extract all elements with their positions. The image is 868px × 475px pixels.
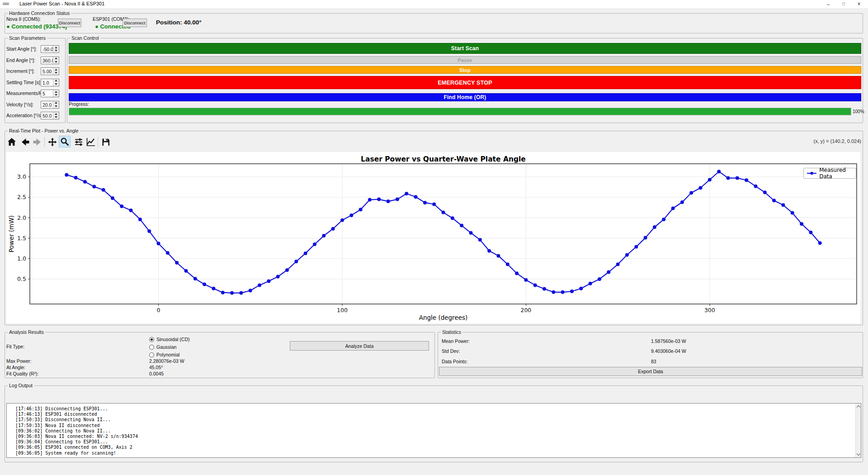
start-scan-button[interactable]: Start Scan	[69, 43, 861, 54]
param-spin-arrows	[53, 90, 59, 97]
spin-down-icon	[55, 72, 57, 74]
log-line: [17:50:33] Disconnecting Nova II...	[15, 417, 111, 422]
param-label: Acceleration [°/s²]:	[6, 113, 45, 118]
param-spinbox[interactable]: 50.0	[41, 112, 59, 119]
spin-up-button[interactable]	[53, 46, 59, 49]
svg-text:0.5: 0.5	[17, 276, 26, 282]
param-spin-arrows	[53, 68, 59, 75]
close-icon: ×	[857, 1, 860, 7]
svg-text:2.5: 2.5	[17, 194, 26, 200]
spin-up-button[interactable]	[53, 57, 59, 61]
svg-text:1.0: 1.0	[17, 255, 26, 262]
log-line: [09:36:05] System ready for scanning!	[15, 451, 116, 456]
back-icon	[20, 137, 30, 147]
plot-svg: 01002003000.51.01.52.02.53.0	[6, 152, 860, 325]
spin-up-button[interactable]	[53, 112, 59, 116]
param-value: 20.0	[41, 101, 53, 108]
spin-down-button[interactable]	[53, 116, 59, 119]
param-value: 5	[41, 90, 53, 97]
toolbar-separator	[44, 137, 45, 147]
param-value: 360.00	[41, 57, 53, 64]
minimize-button[interactable]: –	[821, 0, 835, 8]
nova-disconnect-button[interactable]: Disconnect	[58, 19, 81, 27]
fit-option-radio[interactable]	[149, 337, 154, 342]
param-value: 5.00	[41, 68, 53, 75]
svg-text:2.0: 2.0	[17, 214, 26, 221]
analysis-row-label: Fit Quality (R²):	[6, 371, 38, 376]
svg-text:1.5: 1.5	[17, 235, 26, 242]
statistics-row-label: Std Dev:	[442, 348, 460, 354]
toolbar-subplots-button[interactable]	[73, 137, 84, 147]
log-line: [09:36:04] Connecting to ESP301...	[15, 439, 108, 444]
plot-canvas[interactable]: 01002003000.51.01.52.02.53.0	[6, 152, 860, 323]
toolbar-customize-button[interactable]	[85, 137, 96, 147]
analyze-data-button[interactable]: Analyze Data	[290, 341, 429, 351]
analysis-row-value: 0.0045	[149, 371, 164, 376]
param-label: Velocity [°/s]:	[6, 102, 33, 107]
toolbar-zoom-button[interactable]	[59, 136, 71, 147]
statistics-row-value: 1.587560e-03 W	[651, 338, 686, 344]
emergency-stop-button[interactable]: EMERGENCY STOP	[69, 76, 861, 89]
svg-text:0: 0	[157, 307, 160, 314]
log-line: [17:46:13] ESP301 disconnected	[15, 412, 97, 417]
window-title: Laser Power Scan - Nova II & ESP301	[19, 1, 104, 6]
analysis-group-title: Analysis Results	[8, 329, 45, 335]
scroll-down-button[interactable]	[856, 451, 861, 457]
statistics-group-title: Statistics	[441, 329, 462, 335]
position-readout: Position: 40.00°	[156, 19, 202, 26]
find-home-button[interactable]: Find Home (OR)	[69, 93, 861, 101]
param-spinbox[interactable]: -50.00	[41, 45, 59, 53]
spin-up-button[interactable]	[53, 90, 59, 94]
progress-percent: 100%	[853, 109, 864, 114]
spin-down-button[interactable]	[53, 60, 59, 64]
toolbar-forward-button[interactable]	[32, 137, 42, 147]
close-button[interactable]: ×	[852, 0, 866, 8]
spin-down-button[interactable]	[53, 82, 59, 86]
maximize-icon: □	[842, 2, 844, 6]
toolbar-separator	[98, 137, 98, 147]
esp-disconnect-button[interactable]: Disconnect	[123, 19, 147, 27]
param-label: Increment [°]:	[6, 68, 35, 74]
chevron-down-icon	[857, 452, 860, 456]
param-spin-arrows	[53, 46, 59, 52]
spin-up-icon	[55, 102, 57, 104]
param-spinbox[interactable]: 1.0	[41, 79, 59, 86]
spin-up-button[interactable]	[53, 79, 59, 83]
toolbar-pan-button[interactable]	[47, 137, 58, 147]
param-value: 50.0	[41, 112, 53, 119]
spin-down-icon	[55, 105, 57, 107]
svg-text:3.0: 3.0	[17, 173, 26, 180]
cursor-coords-readout: (x, y) = (140.2, 0.024)	[814, 138, 861, 144]
progress-fill	[69, 108, 851, 115]
chart-y-axis-label: Power (mW)	[8, 215, 15, 252]
scan-parameters-group-title: Scan Parameters	[8, 35, 47, 41]
toolbar-home-button[interactable]	[6, 137, 17, 147]
spin-down-button[interactable]	[53, 94, 59, 97]
log-output-box[interactable]: [17:46:13] Disconnecting ESP301...[17:46…	[6, 403, 861, 458]
log-scrollbar[interactable]	[855, 404, 861, 457]
maximize-button[interactable]: □	[836, 0, 851, 8]
app-window: Laser Power Scan - Nova II & ESP301 – □ …	[0, 0, 868, 475]
log-line: [17:46:13] Disconnecting ESP301...	[15, 406, 108, 411]
export-data-button[interactable]: Export Data	[439, 367, 862, 376]
stop-button[interactable]: Stop	[69, 66, 861, 74]
param-spinbox[interactable]: 5	[41, 90, 59, 97]
param-spinbox[interactable]: 360.00	[41, 57, 59, 64]
spin-up-button[interactable]	[53, 68, 59, 71]
scroll-up-button[interactable]	[856, 404, 861, 409]
plot-group-title: Real-Time Plot - Power vs. Angle	[8, 128, 80, 133]
spin-down-button[interactable]	[53, 49, 59, 53]
toolbar-save-button[interactable]	[100, 137, 111, 147]
statistics-row-label: Data Points:	[442, 359, 467, 364]
spin-up-icon	[55, 113, 57, 115]
legend-line-marker-icon	[807, 171, 816, 176]
spin-down-button[interactable]	[53, 104, 59, 108]
param-spinbox[interactable]: 5.00	[41, 67, 59, 75]
spin-down-icon	[55, 94, 57, 96]
spin-up-icon	[55, 47, 57, 48]
toolbar-back-button[interactable]	[20, 137, 31, 147]
param-spinbox[interactable]: 20.0	[41, 101, 59, 109]
spin-down-button[interactable]	[53, 71, 59, 75]
hardware-group-title: Hardware Connection Status	[8, 10, 71, 16]
spin-up-button[interactable]	[53, 101, 59, 105]
